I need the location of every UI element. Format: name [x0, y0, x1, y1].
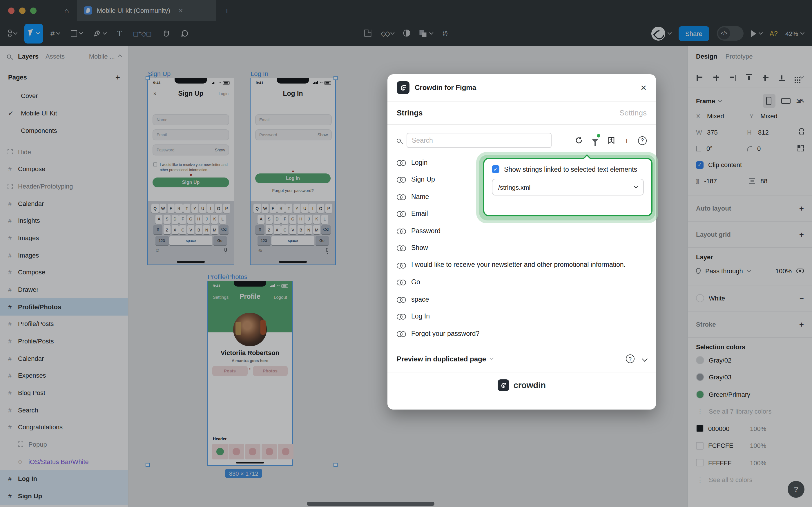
filter-icon [592, 138, 598, 143]
strings-file-value: /strings.xml [498, 184, 530, 190]
link-icon [397, 331, 405, 336]
export-icon[interactable] [607, 136, 616, 145]
string-row[interactable]: Password [397, 222, 647, 239]
chevron-down-icon[interactable] [642, 356, 648, 362]
string-row[interactable]: Log In [397, 308, 647, 325]
string-row[interactable]: I would like to receive your newsletter … [397, 257, 647, 274]
show-linked-strings-checkbox[interactable]: ✓ [492, 165, 500, 173]
link-icon [397, 314, 405, 319]
help-icon[interactable]: ? [626, 354, 635, 363]
link-icon [397, 194, 405, 199]
link-icon [397, 263, 405, 268]
link-icon [397, 160, 405, 165]
linked-strings-tooltip: ✓ Show strings linked to selected text e… [483, 158, 652, 216]
strings-file-select[interactable]: /strings.xml [492, 179, 644, 195]
filter-active-dot [597, 134, 600, 137]
add-string-button[interactable]: + [624, 135, 629, 145]
refresh-icon[interactable] [575, 136, 583, 145]
link-icon [397, 212, 405, 216]
search-input[interactable]: Search [407, 133, 552, 148]
crowdin-brand: crowdin [388, 372, 656, 398]
crowdin-logo-icon [397, 81, 409, 94]
link-icon [397, 177, 405, 182]
link-icon [397, 280, 405, 285]
string-row[interactable]: space [397, 291, 647, 308]
figma-app: ⌂ Mobile UI kit (Community) ✕ + # T ◻⁺◇◻… [0, 0, 812, 507]
help-icon[interactable]: ? [638, 136, 647, 145]
search-icon [397, 138, 401, 143]
string-row[interactable]: Go [397, 274, 647, 291]
tab-settings[interactable]: Settings [620, 109, 647, 117]
string-row[interactable]: Show [397, 239, 647, 257]
crowdin-wordmark: crowdin [514, 380, 546, 390]
show-linked-strings-label: Show strings linked to selected text ele… [504, 166, 637, 173]
link-icon [397, 246, 405, 250]
string-row[interactable]: Forgot your password? [397, 325, 647, 342]
preview-label[interactable]: Preview in duplicated page [397, 355, 486, 363]
tab-strings[interactable]: Strings [397, 109, 423, 117]
link-icon [397, 229, 405, 233]
crowdin-logo-icon [498, 379, 510, 391]
close-dialog-icon[interactable]: ✕ [640, 83, 647, 92]
crowdin-plugin-dialog: Crowdin for Figma ✕ Strings Settings Sea… [388, 74, 656, 409]
dialog-title: Crowdin for Figma [415, 83, 476, 92]
link-icon [397, 297, 405, 302]
filter-button[interactable] [592, 137, 598, 144]
